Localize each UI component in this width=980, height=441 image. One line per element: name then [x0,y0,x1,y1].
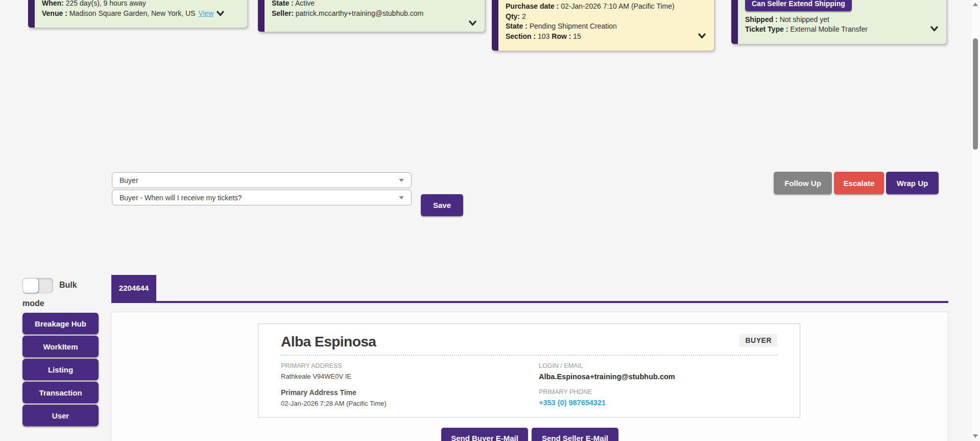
topic-category-select[interactable]: Buyer [112,172,412,188]
when-value: 225 day(s), 9 hours away [64,0,146,7]
listing-state-row: State : Active [272,0,476,9]
chevron-down-icon[interactable] [698,33,706,39]
save-button[interactable]: Save [421,194,463,216]
sidebar-nav: Breakage Hub WorkItem Listing Transactio… [22,313,99,426]
listing-seller-row: Seller: patrick.mccarthy+training@stubhu… [272,9,476,19]
chevron-down-icon[interactable] [217,11,224,16]
venue-label: Venue : [42,9,67,17]
purchase-date-value: 02-Jan-2026 7:10 AM (Pacific Time) [559,2,674,10]
can-seller-extend-shipping-button[interactable]: Can Seller Extend Shipping [745,0,852,11]
shipped-label: Shipped : [745,15,778,24]
order-state-value: Pending Shipment Creation [528,22,617,30]
sidebar-item-transaction[interactable]: Transaction [22,382,99,403]
topic-question-value: Buyer - When will I receive my tickets? [119,194,242,202]
bulk-mode-toggle[interactable] [22,278,53,293]
section-row-row: Section : 103 Row : 15 [506,32,706,42]
state-label: State : [272,0,294,7]
section-label: Section : [506,32,536,40]
shipped-row: Shipped : Not shipped yet [745,15,938,25]
scrollbar-thumb[interactable] [973,38,978,150]
qty-row: Qty: 2 [506,12,706,22]
login-email-field: LOGIN / EMAIL Alba.Espinosa+training@stu… [539,362,777,381]
listing-summary-card: State : Active Seller: patrick.mccarthy+… [258,0,485,32]
send-seller-email-button[interactable]: Send Seller E-Mail [532,428,618,441]
primary-phone-label: PRIMARY PHONE [539,388,777,396]
customer-card: Alba Espinosa BUYER PRIMARY ADDRESS Rath… [258,323,800,417]
wrap-up-button[interactable]: Wrap Up [886,172,939,194]
event-venue-row: Venue : Madison Square Garden, New York,… [42,9,239,19]
primary-phone-link[interactable]: +353 (0) 987654321 [539,399,777,407]
view-venue-link[interactable]: View [198,9,213,17]
ticket-type-value: External Mobile Transfer [788,25,868,33]
customer-fields: PRIMARY ADDRESS Rathkeale V94WE0V IE LOG… [281,362,777,407]
caret-down-icon [399,179,404,182]
order-state-label: State : [506,22,528,30]
row-value: 15 [571,32,581,40]
scroll-down-arrow-icon[interactable] [973,434,978,438]
topic-category-value: Buyer [119,176,138,184]
order-summary-card: Purchase date : 02-Jan-2026 7:10 AM (Pac… [492,0,714,51]
sidebar-item-breakage-hub[interactable]: Breakage Hub [22,313,99,334]
scroll-up-arrow-icon[interactable] [973,3,978,6]
sidebar-item-workitem[interactable]: WorkItem [22,336,99,357]
primary-address-field: PRIMARY ADDRESS Rathkeale V94WE0V IE [281,362,539,381]
ticket-type-row: Ticket Type : External Mobile Transfer [745,25,938,35]
bulk-mode-control: Bulk mode [22,276,90,313]
seller-label: Seller: [272,9,294,17]
login-email-value: Alba.Espinosa+training@stubhub.com [539,373,777,381]
when-label: When: [42,0,64,7]
workitem-tab[interactable]: 2204644 [111,275,156,301]
event-when-row: When: 225 day(s), 9 hours away [42,0,239,9]
primary-address-time-label: Primary Address Time [281,388,539,397]
section-value: 103 [536,32,549,40]
chevron-down-icon[interactable] [930,26,938,32]
qty-value: 2 [520,12,526,20]
primary-address-time-value: 02-Jan-2026 7:28 AM (Pacific Time) [281,400,539,407]
listing-expand-row [272,19,476,28]
follow-up-button[interactable]: Follow Up [774,172,832,194]
qty-label: Qty: [506,12,520,20]
venue-value: Madison Square Garden, New York, US [67,9,196,17]
sidebar-item-listing[interactable]: Listing [22,359,99,380]
send-buyer-email-button[interactable]: Send Buyer E-Mail [441,428,528,441]
ticket-type-label: Ticket Type : [745,25,788,33]
primary-address-label: PRIMARY ADDRESS [281,362,539,369]
purchase-date-label: Purchase date : [506,2,559,10]
shipping-summary-card: Can Seller Extend Shipping Shipped : Not… [731,0,946,44]
login-email-label: LOGIN / EMAIL [539,362,777,369]
tab-underline [111,301,948,303]
escalate-button[interactable]: Escalate [834,172,884,194]
state-value: Active [294,0,315,7]
order-state-row: State : Pending Shipment Creation [506,21,706,32]
primary-phone-field: PRIMARY PHONE +353 (0) 987654321 [539,388,777,407]
primary-address-value: Rathkeale V94WE0V IE [281,373,539,380]
topic-question-select[interactable]: Buyer - When will I receive my tickets? [112,190,412,205]
sidebar-item-user[interactable]: User [22,405,99,426]
primary-address-time-field: Primary Address Time 02-Jan-2026 7:28 AM… [281,388,539,407]
event-summary-card: When: 225 day(s), 9 hours away Venue : M… [28,0,247,28]
chevron-down-icon[interactable] [469,20,476,26]
vertical-scrollbar[interactable] [971,0,980,441]
customer-name: Alba Espinosa [281,334,376,350]
row-label: Row : [552,32,571,40]
seller-value: patrick.mccarthy+training@stubhub.com [294,9,423,17]
purchase-date-row: Purchase date : 02-Jan-2026 7:10 AM (Pac… [506,2,706,12]
caret-down-icon [399,196,404,199]
toggle-knob [23,278,38,293]
customer-header: Alba Espinosa BUYER [281,334,777,350]
role-badge: BUYER [739,334,777,347]
shipped-value: Not shipped yet [778,15,829,24]
dotted-divider [281,355,777,356]
page-canvas: When: 225 day(s), 9 hours away Venue : M… [0,0,980,441]
